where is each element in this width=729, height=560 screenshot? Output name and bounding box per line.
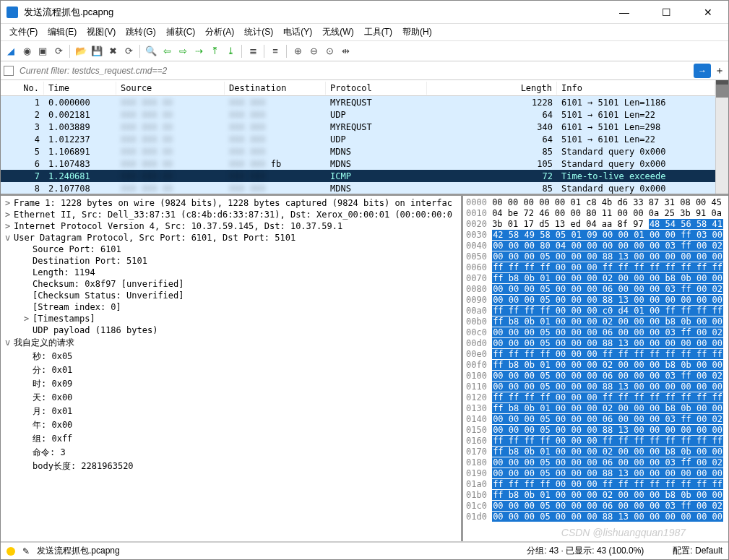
menu-item[interactable]: 文件(F) xyxy=(5,25,42,40)
packet-bytes-hex[interactable]: 0000 00 00 00 00 00 01 c8 4b d6 33 87 31… xyxy=(463,196,728,541)
tree-node[interactable]: Source Port: 6101 xyxy=(1,244,461,255)
tree-node[interactable]: Destination Port: 5101 xyxy=(1,255,461,267)
col-destination[interactable]: Destination xyxy=(225,82,326,95)
tree-node[interactable]: 秒: 0x05 xyxy=(1,350,461,363)
go-back-icon[interactable]: ⇦ xyxy=(160,44,174,59)
start-capture-icon[interactable]: ◉ xyxy=(20,44,34,59)
hex-row[interactable]: 00b0 ff b8 0b 01 00 00 00 02 00 00 00 b8… xyxy=(466,316,725,327)
save-file-icon[interactable]: 💾 xyxy=(90,44,104,59)
menu-item[interactable]: 编辑(E) xyxy=(43,25,81,40)
status-profile[interactable]: 配置: Default xyxy=(673,545,722,557)
menu-item[interactable]: 跳转(G) xyxy=(121,25,160,40)
menu-item[interactable]: 电话(Y) xyxy=(279,25,316,40)
tree-node[interactable]: >Internet Protocol Version 4, Src: 10.37… xyxy=(1,220,461,232)
hex-row[interactable]: 0030 42 58 49 58 05 01 09 00 00 01 00 00… xyxy=(466,230,725,241)
packet-details-tree[interactable]: >Frame 1: 1228 bytes on wire (9824 bits)… xyxy=(1,196,463,541)
bookmark-icon[interactable] xyxy=(4,66,14,76)
tree-node[interactable]: 月: 0x01 xyxy=(1,405,461,418)
tree-node[interactable]: [Stream index: 0] xyxy=(1,301,461,313)
add-filter-button[interactable]: ＋ xyxy=(714,64,725,77)
packet-row[interactable]: 82.107708XXX XXX XX XXX XXX MDNS85Standa… xyxy=(1,182,715,194)
hex-row[interactable]: 0150 00 00 00 05 00 00 00 88 13 00 00 00… xyxy=(466,425,725,436)
hex-row[interactable]: 01a0 ff ff ff ff 00 00 00 ff ff ff ff ff… xyxy=(466,479,725,490)
packet-row[interactable]: 10.000000XXX XXX XX XXX XXX MYREQUST1228… xyxy=(1,96,715,108)
hex-row[interactable]: 0000 00 00 00 00 00 01 c8 4b d6 33 87 31… xyxy=(466,197,725,208)
reload-icon[interactable]: ⟳ xyxy=(121,44,136,59)
stop-capture-icon[interactable]: ▣ xyxy=(35,44,50,59)
tree-node[interactable]: 命令: 3 xyxy=(1,446,461,460)
go-last-icon[interactable]: ⤓ xyxy=(223,44,238,59)
hex-row[interactable]: 0140 00 00 00 05 00 00 00 06 00 00 00 03… xyxy=(466,414,725,425)
hex-row[interactable]: 00c0 00 00 00 05 00 00 00 06 00 00 00 03… xyxy=(466,327,725,338)
auto-scroll-icon[interactable]: ≣ xyxy=(246,44,260,59)
packet-row[interactable]: 61.107483XXX XXX XX XXX XXX fbMDNS105Sta… xyxy=(1,158,715,170)
col-length[interactable]: Length xyxy=(427,82,557,95)
tree-node[interactable]: >Frame 1: 1228 bytes on wire (9824 bits)… xyxy=(1,197,461,209)
hex-row[interactable]: 0120 ff ff ff ff 00 00 00 ff ff ff ff ff… xyxy=(466,392,725,403)
close-file-icon[interactable]: ✖ xyxy=(105,44,120,59)
zoom-reset-icon[interactable]: ⊙ xyxy=(322,44,337,59)
colorize-icon[interactable]: ≡ xyxy=(268,44,282,59)
hex-row[interactable]: 00f0 ff b8 0b 01 00 00 00 02 00 00 00 b8… xyxy=(466,360,725,371)
hex-row[interactable]: 0080 00 00 00 05 00 00 00 06 00 00 00 03… xyxy=(466,284,725,295)
menu-item[interactable]: 统计(S) xyxy=(240,25,277,40)
hex-row[interactable]: 0010 04 be 72 46 00 00 80 11 00 00 0a 25… xyxy=(466,208,725,219)
menu-item[interactable]: 捕获(C) xyxy=(162,25,200,40)
tree-node[interactable]: >[Timestamps] xyxy=(1,313,461,324)
tree-node[interactable]: 组: 0xff xyxy=(1,432,461,446)
zoom-in-icon[interactable]: ⊕ xyxy=(290,44,305,59)
tree-node[interactable]: v我自定义的请求 xyxy=(1,336,461,350)
hex-row[interactable]: 01d0 00 00 00 05 00 00 00 88 13 00 00 00… xyxy=(466,512,725,522)
tree-node[interactable]: 时: 0x09 xyxy=(1,377,461,391)
hex-row[interactable]: 0160 ff ff ff ff 00 00 00 ff ff ff ff ff… xyxy=(466,436,725,447)
tree-node[interactable]: >Ethernet II, Src: Dell_33:87:31 (c8:4b:… xyxy=(1,209,461,220)
resize-columns-icon[interactable]: ⇹ xyxy=(338,44,353,59)
tree-node[interactable]: 分: 0x01 xyxy=(1,363,461,377)
packet-row[interactable]: 51.106891XXX XXX XX XXX XXX MDNS85Standa… xyxy=(1,145,715,158)
restart-capture-icon[interactable]: ⟳ xyxy=(51,44,66,59)
close-button[interactable]: ✕ xyxy=(694,2,722,22)
menu-item[interactable]: 无线(W) xyxy=(318,25,358,40)
edit-icon[interactable]: ✎ xyxy=(22,546,30,556)
hex-row[interactable]: 0110 00 00 00 05 00 00 00 88 13 00 00 00… xyxy=(466,382,725,392)
packet-row[interactable]: 20.002181XXX XXX XX XXX XXX UDP645101 → … xyxy=(1,108,715,121)
tree-node[interactable]: [Checksum Status: Unverified] xyxy=(1,290,461,301)
minimize-button[interactable]: — xyxy=(610,2,639,22)
hex-row[interactable]: 0070 ff b8 0b 01 00 00 00 02 00 00 00 b8… xyxy=(466,273,725,284)
hex-row[interactable]: 00d0 00 00 00 05 00 00 00 88 13 00 00 00… xyxy=(466,338,725,349)
hex-row[interactable]: 0020 3b 01 17 d5 13 ed 04 aa 8f 97 48 54… xyxy=(466,219,725,230)
col-source[interactable]: Source xyxy=(116,82,225,95)
col-time[interactable]: Time xyxy=(44,82,116,95)
packet-row[interactable]: 41.012237XXX XXX XX XXX XXX UDP645101 → … xyxy=(1,133,715,145)
apply-filter-button[interactable]: → xyxy=(694,64,711,78)
hex-row[interactable]: 0060 ff ff ff ff 00 00 00 ff ff ff ff ff… xyxy=(466,262,725,273)
hex-row[interactable]: 00e0 ff ff ff ff 00 00 00 ff ff ff ff ff… xyxy=(466,349,725,360)
expert-info-icon[interactable] xyxy=(7,547,15,556)
menu-item[interactable]: 视图(V) xyxy=(82,25,120,40)
col-info[interactable]: Info xyxy=(557,82,715,95)
open-file-icon[interactable]: 📂 xyxy=(74,44,88,59)
hex-row[interactable]: 0100 00 00 00 05 00 00 00 06 00 00 00 03… xyxy=(466,371,725,382)
tree-node[interactable]: UDP payload (1186 bytes) xyxy=(1,324,461,336)
find-icon[interactable]: 🔍 xyxy=(144,44,158,59)
hex-row[interactable]: 0090 00 00 00 05 00 00 00 88 13 00 00 00… xyxy=(466,295,725,306)
hex-row[interactable]: 0130 ff b8 0b 01 00 00 00 02 00 00 00 b8… xyxy=(466,403,725,414)
packet-list-scrollbar[interactable] xyxy=(715,80,728,194)
hex-row[interactable]: 0180 00 00 00 05 00 00 00 06 00 00 00 03… xyxy=(466,457,725,468)
col-no[interactable]: No. xyxy=(1,82,44,95)
hex-row[interactable]: 0190 00 00 00 05 00 00 00 88 13 00 00 00… xyxy=(466,468,725,479)
zoom-out-icon[interactable]: ⊖ xyxy=(306,44,321,59)
maximize-button[interactable]: ☐ xyxy=(652,2,681,22)
hex-row[interactable]: 0170 ff b8 0b 01 00 00 00 02 00 00 00 b8… xyxy=(466,447,725,457)
tree-node[interactable]: Length: 1194 xyxy=(1,267,461,278)
col-protocol[interactable]: Protocol xyxy=(326,82,427,95)
tree-node[interactable]: 年: 0x00 xyxy=(1,418,461,432)
tree-node[interactable]: body长度: 2281963520 xyxy=(1,460,461,473)
shark-fin-icon[interactable]: ◢ xyxy=(4,44,18,59)
menu-item[interactable]: 工具(T) xyxy=(360,25,397,40)
go-first-icon[interactable]: ⤒ xyxy=(207,44,222,59)
go-forward-icon[interactable]: ⇨ xyxy=(176,44,190,59)
hex-row[interactable]: 00a0 ff ff ff ff 00 00 00 c0 d4 01 00 ff… xyxy=(466,306,725,316)
hex-row[interactable]: 0040 00 00 00 80 04 00 00 00 00 00 00 03… xyxy=(466,241,725,251)
hex-row[interactable]: 01b0 ff b8 0b 01 00 00 00 02 00 00 00 b8… xyxy=(466,490,725,501)
